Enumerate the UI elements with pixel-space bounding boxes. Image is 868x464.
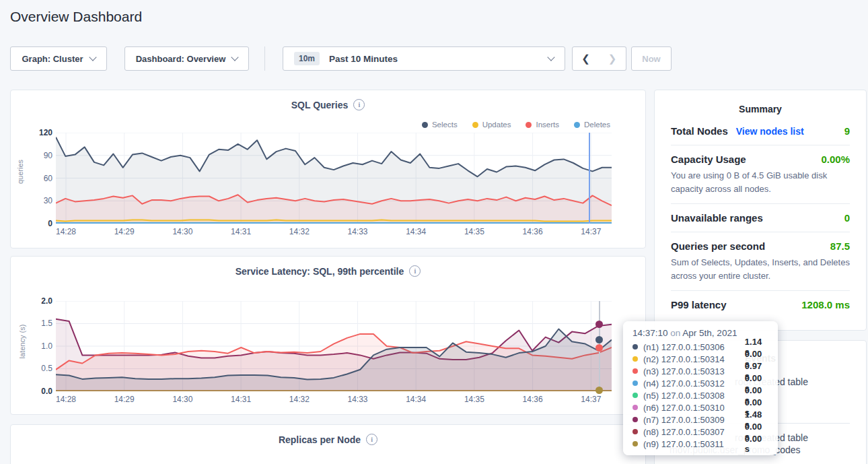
y-tick: 2.0 bbox=[41, 296, 52, 306]
dashboard-selector-dropdown[interactable]: Dashboard: Overview bbox=[124, 46, 249, 71]
latency-hover-dot-icon bbox=[595, 387, 603, 394]
summary-row-qps: Queries per second 87.5 Sum of Selects, … bbox=[671, 232, 850, 291]
legend-item-deletes[interactable]: Deletes bbox=[574, 121, 610, 129]
node-address: (n5) 127.0.0.1:50308 bbox=[643, 391, 745, 401]
x-tick: 14:33 bbox=[347, 227, 367, 236]
x-tick: 14:32 bbox=[289, 395, 310, 404]
node-color-dot-icon bbox=[632, 417, 638, 422]
info-icon[interactable]: i bbox=[353, 99, 365, 110]
sql-queries-plot[interactable] bbox=[56, 133, 612, 224]
tooltip-time: 14:37:10 bbox=[632, 328, 668, 338]
legend-item-selects[interactable]: Selects bbox=[422, 121, 458, 129]
qps-label: Queries per second bbox=[671, 240, 765, 252]
chevron-down-icon bbox=[231, 53, 239, 61]
x-tick: 14:35 bbox=[464, 395, 484, 404]
node-color-dot-icon bbox=[632, 405, 638, 410]
node-color-dot-icon bbox=[632, 380, 638, 386]
total-nodes-value: 9 bbox=[844, 125, 850, 137]
legend-label: Inserts bbox=[536, 121, 559, 129]
y-tick: 120 bbox=[39, 128, 52, 137]
sql-x-ticks: 14:28 14:29 14:30 14:31 14:32 14:33 14:3… bbox=[56, 227, 612, 238]
tooltip-preposition: on bbox=[668, 328, 683, 338]
now-button[interactable]: Now bbox=[631, 46, 672, 71]
tooltip-row-n9: (n9) 127.0.0.1:50311 0.00 s bbox=[632, 438, 768, 450]
legend-item-inserts[interactable]: Inserts bbox=[526, 121, 559, 129]
node-address: (n8) 127.0.0.1:50307 bbox=[643, 427, 745, 437]
capacity-usage-label: Capacity Usage bbox=[671, 154, 746, 165]
p99-latency-value: 1208.0 ms bbox=[801, 299, 850, 310]
time-range-dropdown[interactable]: 10m Past 10 Minutes bbox=[283, 46, 565, 71]
x-tick: 14:31 bbox=[231, 395, 251, 404]
node-color-dot-icon bbox=[632, 368, 638, 374]
node-address: (n7) 127.0.0.1:50309 bbox=[643, 415, 745, 425]
chevron-down-icon bbox=[89, 53, 96, 61]
graph-selector-dropdown[interactable]: Graph: Cluster bbox=[10, 46, 107, 71]
summary-row-total-nodes: Total Nodes View nodes list 9 bbox=[671, 117, 850, 145]
node-address: (n3) 127.0.0.1:50313 bbox=[643, 366, 745, 376]
legend-item-updates[interactable]: Updates bbox=[472, 121, 511, 129]
qps-value: 87.5 bbox=[830, 240, 850, 252]
node-address: (n6) 127.0.0.1:50310 bbox=[643, 403, 745, 413]
control-bar-divider bbox=[264, 46, 265, 71]
legend-label: Selects bbox=[432, 121, 458, 129]
y-tick: 60 bbox=[44, 174, 52, 183]
x-tick: 14:28 bbox=[56, 227, 76, 236]
unavailable-ranges-value: 0 bbox=[844, 212, 850, 224]
time-window-badge: 10m bbox=[294, 52, 320, 65]
y-tick: 0 bbox=[48, 219, 52, 228]
chevron-right-icon: ❯ bbox=[608, 53, 617, 65]
x-tick: 14:36 bbox=[523, 395, 543, 404]
unavailable-ranges-label: Unavailable ranges bbox=[671, 212, 763, 224]
sql-queries-chart-card: SQL Queries i Selects Updates Inserts De… bbox=[10, 90, 646, 248]
x-tick: 14:35 bbox=[464, 227, 484, 236]
y-tick: 30 bbox=[44, 196, 52, 205]
node-address: (n9) 127.0.0.1:50311 bbox=[643, 439, 745, 449]
capacity-usage-value: 0.00% bbox=[821, 154, 850, 165]
node-address: (n2) 127.0.0.1:50314 bbox=[643, 354, 745, 364]
selects-dot-icon bbox=[422, 122, 428, 128]
replicas-per-node-chart-card: Replicas per Node i bbox=[10, 424, 646, 464]
latency-y-axis-label: latency (s) bbox=[18, 325, 26, 359]
page-title: Overview Dashboard bbox=[10, 9, 142, 25]
time-range-label: Past 10 Minutes bbox=[329, 54, 398, 64]
x-tick: 14:30 bbox=[172, 227, 192, 236]
y-tick: 0.5 bbox=[41, 364, 52, 373]
x-tick: 14:37 bbox=[581, 227, 601, 236]
summary-row-unavailable-ranges: Unavailable ranges 0 bbox=[671, 204, 850, 232]
qps-description: Sum of Selects, Updates, Inserts, and De… bbox=[671, 256, 850, 282]
time-next-button[interactable]: ❯ bbox=[599, 46, 626, 71]
x-tick: 14:33 bbox=[347, 395, 367, 404]
node-color-dot-icon bbox=[632, 356, 638, 362]
node-color-dot-icon bbox=[632, 393, 638, 398]
time-prev-button[interactable]: ❮ bbox=[572, 46, 600, 71]
service-latency-plot[interactable] bbox=[56, 301, 612, 391]
info-icon[interactable]: i bbox=[366, 434, 377, 445]
legend-label: Deletes bbox=[584, 121, 610, 129]
x-tick: 14:30 bbox=[172, 395, 192, 404]
service-latency-chart-title: Service Latency: SQL, 99th percentile bbox=[236, 266, 404, 277]
summary-row-p99: P99 latency 1208.0 ms bbox=[671, 291, 850, 319]
p99-latency-label: P99 latency bbox=[671, 299, 727, 310]
summary-row-capacity: Capacity Usage 0.00% You are using 0 B o… bbox=[671, 145, 850, 204]
x-tick: 14:28 bbox=[56, 395, 76, 404]
x-tick: 14:32 bbox=[289, 227, 310, 236]
node-color-dot-icon bbox=[632, 429, 638, 434]
x-tick: 14:36 bbox=[523, 227, 543, 236]
graph-selector-label: Graph: Cluster bbox=[22, 54, 83, 64]
node-color-dot-icon bbox=[632, 441, 638, 446]
info-icon[interactable]: i bbox=[409, 265, 421, 277]
x-tick: 14:29 bbox=[114, 227, 135, 236]
node-address: (n4) 127.0.0.1:50312 bbox=[643, 378, 745, 389]
deletes-dot-icon bbox=[574, 122, 580, 128]
x-tick: 14:34 bbox=[406, 395, 426, 404]
summary-panel: Summary Total Nodes View nodes list 9 Ca… bbox=[654, 90, 867, 331]
view-nodes-list-link[interactable]: View nodes list bbox=[736, 126, 804, 137]
latency-hover-tooltip: 14:37:10 on Apr 5th, 2021 (n1) 127.0.0.1… bbox=[623, 321, 778, 455]
sql-queries-legend: Selects Updates Inserts Deletes bbox=[422, 121, 610, 129]
sql-queries-chart-title: SQL Queries bbox=[291, 100, 349, 110]
chevron-left-icon: ❮ bbox=[581, 53, 590, 65]
dashboard-selector-label: Dashboard: Overview bbox=[136, 54, 226, 64]
node-color-dot-icon bbox=[632, 344, 638, 350]
inserts-dot-icon bbox=[526, 122, 532, 128]
replicas-chart-title: Replicas per Node bbox=[279, 434, 361, 445]
